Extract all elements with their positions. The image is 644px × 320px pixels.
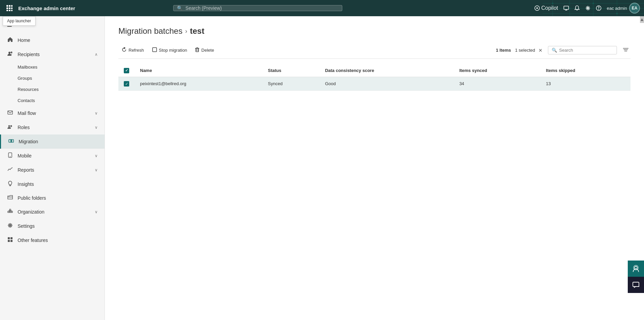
- svg-rect-8: [11, 10, 13, 11]
- layout: ☰ Home Recipients ∧ Mailboxes Groups Res…: [0, 16, 644, 320]
- clear-selection-button[interactable]: ✕: [537, 47, 544, 54]
- svg-rect-60: [633, 282, 639, 287]
- sidebar-item-contacts[interactable]: Contacts: [0, 95, 105, 106]
- refresh-button[interactable]: Refresh: [118, 45, 147, 55]
- cell-items_skipped: 13: [540, 77, 630, 91]
- svg-point-58: [635, 266, 637, 269]
- circuit-decoration: [543, 0, 644, 16]
- svg-rect-41: [9, 209, 11, 211]
- sidebar-item-label: Other features: [18, 238, 98, 243]
- recipients-icon: [7, 51, 14, 58]
- search-icon: 🔍: [552, 48, 557, 53]
- sidebar-item-insights[interactable]: Insights: [0, 177, 105, 191]
- table-search-input[interactable]: [559, 48, 613, 53]
- breadcrumb-parent[interactable]: Migration batches: [118, 26, 182, 36]
- refresh-icon: [122, 47, 127, 53]
- app-launcher-tooltip: App launcher: [3, 16, 36, 26]
- delete-button[interactable]: Delete: [192, 45, 217, 55]
- svg-rect-0: [6, 5, 8, 7]
- svg-point-29: [8, 125, 10, 127]
- table-row[interactable]: ✓peixintest1@bellred.orgSyncedGood3413: [118, 77, 630, 91]
- sidebar-item-label: Settings: [18, 223, 98, 229]
- main-content: Migration batches › test Refresh Stop mi…: [105, 16, 644, 320]
- column-items-synced: Items synced: [454, 64, 540, 77]
- row-checkbox[interactable]: ✓: [124, 81, 129, 87]
- svg-point-23: [569, 8, 570, 9]
- chevron-down-icon: ∨: [95, 153, 98, 158]
- sidebar-item-migration[interactable]: Migration: [0, 134, 105, 149]
- roles-icon: [7, 124, 14, 131]
- svg-rect-4: [9, 7, 10, 9]
- home-icon: [7, 37, 14, 44]
- public-folders-icon: [7, 195, 14, 201]
- svg-rect-51: [153, 48, 157, 52]
- column-status: Status: [262, 64, 320, 77]
- organization-icon: [7, 208, 14, 215]
- sidebar-item-groups[interactable]: Groups: [0, 73, 105, 84]
- support-button[interactable]: [628, 261, 644, 277]
- items-count: 1 Items: [496, 48, 511, 53]
- sidebar-item-mail-flow[interactable]: Mail flow ∨: [0, 106, 105, 120]
- app-launcher-button[interactable]: [4, 3, 15, 14]
- sidebar-item-label: Recipients: [18, 52, 91, 57]
- stop-migration-icon: [152, 47, 157, 53]
- delete-icon: [195, 47, 199, 53]
- stop-migration-button[interactable]: Stop migration: [149, 45, 191, 55]
- svg-point-26: [8, 52, 10, 54]
- search-input[interactable]: [185, 5, 339, 11]
- svg-rect-7: [9, 10, 10, 11]
- svg-point-59: [634, 265, 638, 270]
- refresh-label: Refresh: [129, 48, 144, 53]
- sidebar-item-label: Public folders: [18, 195, 98, 201]
- sidebar-item-home[interactable]: Home: [0, 33, 105, 47]
- svg-rect-3: [6, 7, 8, 9]
- sidebar-item-resources[interactable]: Resources: [0, 84, 105, 95]
- table-body: ✓peixintest1@bellred.orgSyncedGood3413: [118, 77, 630, 91]
- settings-icon: [7, 223, 14, 229]
- svg-marker-61: [641, 18, 643, 21]
- search-bar: 🔍: [173, 5, 342, 11]
- chevron-down-icon: ∨: [95, 168, 98, 172]
- search-box: 🔍: [548, 46, 617, 54]
- column-name: Name: [135, 64, 262, 77]
- delete-label: Delete: [201, 48, 214, 53]
- scroll-indicator: [640, 16, 644, 23]
- cell-items_synced: 34: [454, 77, 540, 91]
- sidebar-item-organization[interactable]: Organization ∨: [0, 205, 105, 219]
- svg-point-22: [552, 3, 553, 4]
- sidebar-item-label: Insights: [18, 181, 98, 187]
- search-icon: 🔍: [177, 5, 183, 11]
- svg-point-24: [593, 3, 594, 4]
- svg-rect-38: [8, 211, 9, 213]
- svg-rect-40: [11, 211, 13, 213]
- select-all-checkbox[interactable]: ✓: [124, 68, 129, 73]
- filter-button[interactable]: [621, 46, 630, 55]
- topbar-left: App launcher Exchange admin center: [4, 3, 75, 14]
- sidebar-item-mailboxes[interactable]: Mailboxes: [0, 61, 105, 73]
- sidebar-item-public-folders[interactable]: Public folders: [0, 191, 105, 205]
- sidebar: ☰ Home Recipients ∧ Mailboxes Groups Res…: [0, 16, 105, 320]
- svg-rect-28: [8, 111, 13, 114]
- breadcrumb-separator: ›: [185, 28, 187, 35]
- reports-icon: [7, 167, 14, 173]
- page-title: Migration batches › test: [118, 26, 630, 36]
- migration-icon: [8, 138, 15, 145]
- chevron-down-icon: ∨: [95, 111, 98, 116]
- cell-name: peixintest1@bellred.org: [135, 77, 262, 91]
- sidebar-item-label: Organization: [18, 209, 91, 215]
- svg-rect-39: [9, 211, 11, 213]
- data-table: ✓ Name Status Data consistency score Ite…: [118, 64, 630, 91]
- svg-rect-52: [196, 48, 199, 52]
- sidebar-item-roles[interactable]: Roles ∨: [0, 120, 105, 134]
- sidebar-item-reports[interactable]: Reports ∨: [0, 163, 105, 177]
- sidebar-item-settings[interactable]: Settings: [0, 219, 105, 233]
- stop-migration-label: Stop migration: [159, 48, 187, 53]
- svg-rect-49: [10, 240, 13, 242]
- sidebar-item-other-features[interactable]: Other features: [0, 233, 105, 247]
- chevron-down-icon: ∨: [95, 125, 98, 130]
- sidebar-item-mobile[interactable]: Mobile ∨: [0, 149, 105, 163]
- sidebar-item-recipients[interactable]: Recipients ∧: [0, 47, 105, 61]
- svg-point-25: [616, 13, 618, 14]
- chat-button[interactable]: [628, 277, 644, 293]
- svg-rect-5: [11, 7, 13, 9]
